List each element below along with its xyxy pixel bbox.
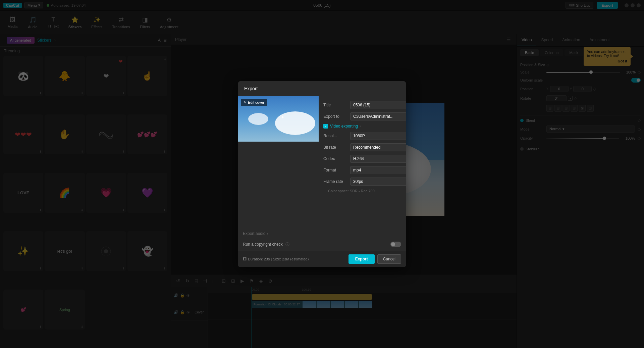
edit-cover-button[interactable]: ✎ Edit cover (241, 99, 267, 106)
video-exporting-row: ✓ Video exporting › (323, 124, 406, 129)
framerate-label: Frame rate (323, 179, 347, 184)
modal-preview-img: ✦ ✎ Edit cover (238, 96, 319, 142)
resolution-row: Resol... 1080P ▾ (323, 132, 406, 140)
cancel-button[interactable]: Cancel (377, 254, 401, 264)
resolution-label: Resol... (323, 134, 347, 138)
format-select[interactable]: mp4 ▾ (350, 166, 406, 174)
modal-settings: Title Export to 📁 ✓ Video exporting › (319, 96, 406, 229)
copyright-row: Run a copyright check ⓘ (238, 238, 406, 251)
modal-header: Export (238, 81, 406, 96)
format-row: Format mp4 ▾ (323, 166, 406, 174)
modal-body: ✦ ✎ Edit cover Title (238, 96, 406, 229)
export-confirm-button[interactable]: Export (348, 254, 375, 264)
title-label: Title (323, 103, 347, 107)
modal-cloud-small (248, 113, 268, 125)
bitrate-select[interactable]: Recommended ▾ (350, 143, 406, 151)
bitrate-row: Bit rate Recommended ▾ (323, 143, 406, 151)
modal-action-buttons: Export Cancel (348, 254, 401, 264)
export-modal: Export ✦ ✎ Edit cover (238, 81, 406, 267)
modal-overlay: Export ✦ ✎ Edit cover (0, 0, 644, 348)
film-strip-icon: 🎞 (243, 257, 247, 261)
modal-footer: 🎞 Duration: 23s | Size: 23M (estimated) … (238, 251, 406, 267)
title-input[interactable] (350, 101, 406, 109)
codec-select[interactable]: H.264 ▾ (350, 155, 406, 163)
export-to-label: Export to (323, 114, 347, 119)
export-to-row: Export to 📁 (323, 112, 406, 120)
codec-label: Codec (323, 156, 347, 161)
modal-preview: ✦ ✎ Edit cover (238, 96, 319, 229)
title-row: Title (323, 101, 406, 109)
video-exporting-checkbox[interactable]: ✓ (323, 124, 328, 129)
bitrate-label: Bit rate (323, 145, 347, 150)
export-to-input[interactable] (350, 112, 406, 120)
copyright-info-icon: ⓘ (285, 242, 289, 247)
export-audio-row: Export audio › (238, 229, 406, 238)
codec-row: Codec H.264 ▾ (323, 155, 406, 163)
color-space-text: Color space: SDR - Rec.709 (323, 189, 406, 193)
format-label: Format (323, 168, 347, 172)
framerate-row: Frame rate 30fps ▾ (323, 178, 406, 186)
duration-info: 🎞 Duration: 23s | Size: 23M (estimated) (243, 257, 309, 261)
framerate-select[interactable]: 30fps ▾ (350, 178, 406, 186)
copyright-toggle[interactable] (390, 242, 401, 247)
resolution-select[interactable]: 1080P ▾ (350, 132, 406, 140)
modal-sparkle-icon: ✦ (281, 114, 285, 120)
